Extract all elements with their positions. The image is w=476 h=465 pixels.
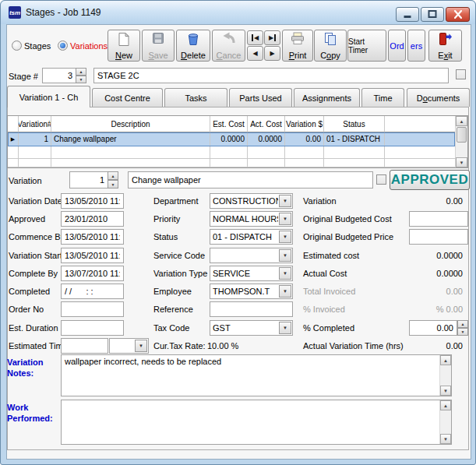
variation-started-input[interactable] — [61, 248, 124, 263]
variation-number-input[interactable] — [69, 171, 108, 188]
empty-cell — [285, 146, 324, 159]
dropdown-arrow-icon[interactable]: ▼ — [279, 322, 291, 334]
variation-number-spinner[interactable]: ▲ ▼ — [108, 171, 118, 188]
tab-parts-used[interactable]: Parts Used — [229, 88, 292, 107]
copy-button[interactable]: Copy — [314, 30, 347, 62]
approved-button[interactable]: APPROVED — [390, 170, 470, 190]
print-button[interactable]: Print — [282, 30, 313, 62]
complete-by-input[interactable] — [61, 266, 124, 281]
empty-cell — [19, 159, 51, 167]
grid-empty-row[interactable] — [8, 159, 455, 167]
stage-number-spinner[interactable]: ▲ ▼ — [76, 68, 86, 83]
original-budgeted-price-input[interactable] — [409, 229, 468, 245]
employee-combo[interactable]: THOMPSON.T ▼ — [210, 284, 293, 299]
dropdown-arrow-icon[interactable]: ▼ — [135, 340, 147, 352]
orders-button-right[interactable]: ers — [407, 30, 425, 62]
stage-number-input[interactable] — [42, 68, 76, 83]
stage-description-input[interactable] — [93, 68, 449, 83]
spin-down-icon[interactable]: ▼ — [76, 76, 86, 83]
spin-up-icon[interactable]: ▲ — [457, 320, 468, 328]
tab-cost-centre[interactable]: Cost Centre — [92, 88, 163, 107]
empty-cell — [324, 146, 385, 159]
scroll-down-icon[interactable]: ▼ — [456, 157, 467, 167]
scrollbar-track[interactable] — [456, 143, 467, 157]
save-button[interactable]: Save — [142, 30, 175, 62]
spin-down-icon[interactable]: ▼ — [457, 328, 468, 336]
original-budgeted-cost-input[interactable] — [409, 211, 468, 227]
department-combo[interactable]: CONSTRUCTION ▼ — [210, 193, 293, 209]
orders-button-left[interactable]: Ord — [388, 30, 406, 62]
empty-cell — [210, 159, 248, 167]
dropdown-arrow-icon[interactable]: ▼ — [279, 231, 291, 243]
new-button[interactable]: New — [108, 30, 140, 62]
start-timer-button[interactable]: Start Timer — [347, 30, 386, 62]
maximize-button[interactable] — [421, 7, 444, 22]
next-record-button[interactable]: ▶ — [264, 46, 280, 61]
close-button[interactable] — [446, 7, 470, 22]
grid-vertical-scrollbar[interactable]: ▲ ▼ — [455, 116, 467, 167]
estimated-time-unit-combo[interactable]: ▼ — [109, 338, 149, 354]
est-duration-input[interactable] — [61, 320, 124, 336]
variation-notes-textarea[interactable]: wallpaper incorrect, needs to be replace… — [61, 354, 452, 396]
tab-documents[interactable]: Documents — [407, 88, 470, 107]
scroll-up-icon[interactable]: ▲ — [440, 400, 451, 410]
priority-combo[interactable]: NORMAL HOURS ▼ — [210, 211, 293, 227]
scroll-up-icon[interactable]: ▲ — [440, 355, 451, 365]
dropdown-arrow-icon[interactable]: ▼ — [279, 249, 291, 262]
spin-up-icon[interactable]: ▲ — [76, 68, 86, 76]
commence-by-input[interactable] — [61, 229, 124, 245]
variation-type-value: SERVICE — [210, 269, 278, 278]
employee-value: THOMPSON.T — [210, 287, 278, 296]
tax-code-combo[interactable]: GST ▼ — [210, 320, 293, 336]
estimated-time-input[interactable] — [61, 338, 108, 354]
exit-button[interactable]: Exit — [428, 30, 462, 62]
variation-type-combo[interactable]: SERVICE ▼ — [210, 266, 293, 281]
variations-radio[interactable] — [58, 41, 68, 51]
work-performed-scrollbar[interactable]: ▲ ▼ — [439, 400, 451, 444]
estimated-time-label: Estimated Time — [9, 341, 68, 351]
stages-radio[interactable] — [12, 41, 22, 51]
stage-checkbox[interactable] — [456, 69, 466, 79]
reference-input[interactable] — [210, 301, 293, 317]
scrollbar-track[interactable] — [440, 410, 451, 434]
spin-down-icon[interactable]: ▼ — [108, 180, 118, 188]
grid-row-selected[interactable]: ▶ 1 Change wallpaper 0.0000 0.0000 0.00 … — [8, 132, 455, 146]
completed-input[interactable] — [61, 284, 124, 299]
dropdown-arrow-icon[interactable]: ▼ — [279, 213, 291, 225]
percent-completed-input[interactable] — [409, 320, 457, 336]
scrollbar-thumb[interactable] — [457, 127, 467, 143]
order-no-input[interactable] — [61, 301, 124, 317]
previous-record-button[interactable]: ◀ — [247, 46, 263, 61]
spin-up-icon[interactable]: ▲ — [108, 171, 118, 180]
tab-tasks[interactable]: Tasks — [164, 88, 227, 107]
dropdown-arrow-icon[interactable]: ▼ — [279, 285, 291, 298]
dropdown-arrow-icon[interactable]: ▼ — [279, 267, 291, 280]
scroll-down-icon[interactable]: ▼ — [440, 434, 451, 444]
cancel-button[interactable]: Cance — [212, 30, 245, 62]
approved-date-input[interactable] — [61, 211, 124, 227]
grid-empty-row[interactable] — [8, 146, 455, 159]
tab-assignments[interactable]: Assignments — [294, 88, 360, 107]
work-performed-textarea[interactable] — [61, 400, 452, 445]
tab-variation-1[interactable]: Variation 1 - Ch — [7, 86, 90, 107]
variation-description-input[interactable] — [128, 171, 373, 188]
scrollbar-track[interactable] — [440, 365, 451, 386]
cell-status: 01 - DISPATCH — [324, 132, 385, 146]
last-record-button[interactable]: ▶ — [264, 30, 280, 45]
variation-checkbox[interactable] — [376, 174, 386, 185]
dropdown-arrow-icon[interactable]: ▼ — [279, 195, 291, 207]
service-code-combo[interactable]: ▼ — [210, 248, 293, 263]
scroll-down-icon[interactable]: ▼ — [440, 386, 451, 396]
titlebar[interactable]: tsm Stages - Job 1149 — [1, 1, 475, 24]
delete-button[interactable]: Delete — [176, 30, 210, 62]
percent-completed-spinner[interactable]: ▲ ▼ — [457, 320, 468, 336]
minimize-button[interactable] — [396, 7, 419, 22]
tab-time[interactable]: Time — [361, 88, 404, 107]
variation-notes-scrollbar[interactable]: ▲ ▼ — [439, 355, 451, 396]
status-combo[interactable]: 01 - DISPATCH ▼ — [210, 229, 293, 245]
cell-description: Change wallpaper — [51, 132, 210, 146]
scroll-up-icon[interactable]: ▲ — [456, 116, 467, 126]
minimize-icon — [399, 9, 416, 20]
first-record-button[interactable]: ◀ — [247, 30, 263, 45]
variation-date-input[interactable] — [61, 193, 124, 209]
